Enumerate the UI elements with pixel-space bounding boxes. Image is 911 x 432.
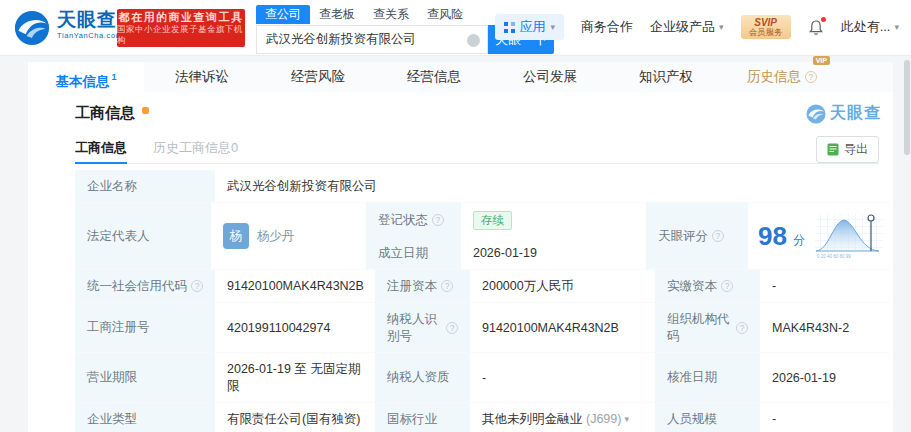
company-nav-tabs: 基本信息1 法律诉讼 经营风险 经营信息 公司发展 知识产权 历史信息 VIP [28, 62, 893, 92]
establish-date-row: 成立日期 2026-01-19 [366, 237, 646, 269]
status-value-cell: 存续 [461, 203, 646, 237]
tab-operation-info[interactable]: 经营信息 [376, 62, 492, 92]
table-row: 法定代表人 杨 杨少丹 登记状态 存续 成立日期 2026-01-19 天眼评分… [75, 203, 889, 270]
tab-label: 公司发展 [523, 69, 577, 84]
table-row: 企业名称 武汉光谷创新投资有限公司 [75, 170, 889, 203]
company-name-value: 武汉光谷创新投资有限公司 [215, 170, 889, 202]
nav-label: 企业级产品 [650, 18, 715, 36]
field-label: 企业名称 [75, 170, 215, 202]
info-icon[interactable] [712, 230, 724, 242]
tab-basic-info[interactable]: 基本信息1 [28, 62, 144, 92]
table-row: 统一社会信用代码 91420100MAK4R43N2B 注册资本 200000万… [75, 270, 889, 303]
tab-operation-risk[interactable]: 经营风险 [260, 62, 376, 92]
field-label: 统一社会信用代码 [75, 270, 215, 302]
table-row: 营业期限 2026-01-19 至 无固定期限 纳税人资质 - 核准日期 202… [75, 353, 889, 403]
search-box [256, 25, 488, 54]
field-value: 有限责任公司(国有独资) [215, 403, 375, 432]
field-value: MAK4R43N-2 [760, 303, 889, 352]
field-label: 国标行业 [375, 403, 470, 432]
score-cell: 98 分 0 20 [748, 203, 889, 269]
nav-enterprise-products[interactable]: 企业级产品 ▾ [650, 18, 724, 36]
svip-member-badge[interactable]: SVIP 会员服务 [741, 15, 791, 39]
table-row: 工商注册号 420199110042974 纳税人识别号 91420100MAK… [75, 303, 889, 353]
score-value: 98 [758, 223, 787, 249]
field-label: 人员规模 [655, 403, 760, 432]
info-icon[interactable] [432, 214, 444, 226]
slogan-line2: 国家中小企业发展子基金旗下机构 [117, 24, 245, 46]
field-value: 2026-01-19 [760, 353, 889, 402]
tab-label: 历史信息 [747, 69, 801, 84]
top-header: 天眼查 TianYanCha.com 都在用的商业查询工具 国家中小企业发展子基… [0, 0, 911, 56]
industry-name: 其他未列明金融业 [482, 411, 582, 428]
status-row: 登记状态 存续 [366, 203, 646, 237]
field-label: 纳税人资质 [375, 353, 470, 402]
score-unit: 分 [793, 232, 805, 249]
field-value: - [760, 403, 889, 432]
svip-sublabel: 会员服务 [749, 28, 783, 37]
brand-domain: TianYanCha.com [57, 32, 123, 40]
notification-bell-icon[interactable] [808, 19, 824, 36]
grid-icon [504, 22, 515, 33]
chevron-down-icon[interactable]: ▾ [624, 414, 629, 424]
field-value: 91420100MAK4R43N2B [470, 303, 655, 352]
field-label: 成立日期 [366, 237, 461, 269]
field-label: 核准日期 [655, 353, 760, 402]
field-label: 实缴资本 [655, 270, 760, 302]
table-row: 企业类型 有限责任公司(国有独资) 国标行业 其他未列明金融业 (J699) ▾… [75, 403, 889, 432]
export-sheet-icon [827, 143, 839, 156]
status-badge: 存续 [473, 211, 512, 230]
nav-label: 商务合作 [581, 18, 633, 36]
info-icon[interactable] [736, 322, 748, 334]
tab-label: 经营信息 [407, 69, 461, 84]
legal-rep-cell: 杨 杨少丹 [211, 203, 366, 269]
apps-menu[interactable]: 应用 ▾ [495, 14, 565, 40]
avatar[interactable]: 杨 [223, 223, 249, 249]
search-tab-boss[interactable]: 查老板 [310, 5, 364, 24]
field-label: 注册资本 [375, 270, 470, 302]
tianyancha-logo[interactable]: 天眼查 TianYanCha.com [57, 10, 123, 40]
tab-label: 知识产权 [639, 69, 693, 84]
tab-legal-litigation[interactable]: 法律诉讼 [144, 62, 260, 92]
chevron-down-icon: ▾ [894, 22, 899, 32]
info-icon[interactable] [441, 280, 453, 292]
legal-rep-link[interactable]: 杨少丹 [257, 228, 295, 245]
search-tab-company[interactable]: 查公司 [256, 5, 310, 24]
business-info-table: 企业名称 武汉光谷创新投资有限公司 法定代表人 杨 杨少丹 登记状态 存续 成立… [75, 170, 889, 432]
search-tab-relation[interactable]: 查关系 [364, 5, 418, 24]
nav-more[interactable]: 此处有... ▾ [841, 18, 899, 36]
subtab-bar: 工商信息 历史工商信息0 导出 [75, 132, 879, 164]
tab-history-info[interactable]: 历史信息 VIP [724, 62, 840, 92]
subtab-business-info[interactable]: 工商信息 [75, 132, 127, 163]
field-label: 法定代表人 [75, 203, 211, 269]
tab-label: 经营风险 [291, 69, 345, 84]
export-button[interactable]: 导出 [816, 136, 879, 163]
info-icon[interactable] [721, 280, 733, 292]
info-icon[interactable] [446, 322, 458, 334]
field-label: 企业类型 [75, 403, 215, 432]
info-icon[interactable] [191, 280, 203, 292]
info-icon [805, 71, 817, 83]
search-tab-risk[interactable]: 查风险 [418, 5, 472, 24]
clear-icon[interactable] [467, 34, 480, 47]
subtab-history-business-info[interactable]: 历史工商信息0 [153, 132, 238, 163]
orange-dot-icon [142, 107, 149, 114]
scrollbar-thumb[interactable] [904, 60, 910, 155]
industry-value: 其他未列明金融业 (J699) ▾ [470, 403, 655, 432]
field-value: 420199110042974 [215, 303, 375, 352]
slogan-line1: 都在用的商业查询工具 [119, 10, 244, 24]
tab-intellectual-property[interactable]: 知识产权 [608, 62, 724, 92]
tab-company-development[interactable]: 公司发展 [492, 62, 608, 92]
status-date-block: 登记状态 存续 成立日期 2026-01-19 [366, 203, 646, 269]
scrollbar-track[interactable] [903, 56, 911, 432]
nav-label: 此处有... [841, 18, 891, 36]
search-input[interactable] [257, 26, 487, 53]
slogan-badge: 都在用的商业查询工具 国家中小企业发展子基金旗下机构 [117, 9, 245, 47]
watermark-text: 天眼查 [830, 103, 881, 124]
nav-business-cooperation[interactable]: 商务合作 [581, 18, 633, 36]
export-label: 导出 [844, 141, 868, 158]
vip-tag: VIP [813, 56, 830, 65]
field-value: - [470, 353, 655, 402]
tab-count: 1 [111, 72, 116, 82]
field-value: 200000万人民币 [470, 270, 655, 302]
tab-label: 基本信息 [55, 74, 109, 89]
